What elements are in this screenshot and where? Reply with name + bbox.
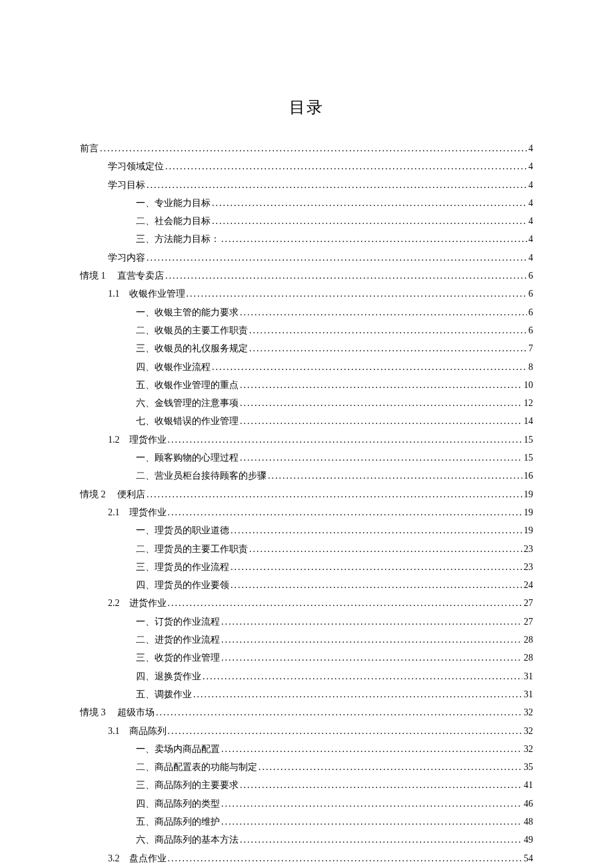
toc-entry-page: 27 [524, 594, 533, 612]
toc-entry-label: 三、商品陈列的主要要求 [136, 776, 239, 794]
toc-leader-dots [212, 212, 527, 230]
toc-leader-dots [231, 576, 522, 594]
toc-leader-dots [221, 230, 527, 248]
toc-entry-label: 四、商品陈列的类型 [136, 795, 220, 813]
toc-entry-label: 三、方法能力目标： [136, 230, 220, 248]
toc-entry-page: 31 [524, 667, 533, 685]
toc-entry: 3.1 商品陈列32 [80, 722, 533, 740]
toc-leader-dots [249, 339, 527, 357]
toc-entry: 五、收银作业管理的重点10 [80, 376, 533, 394]
toc-entry: 三、方法能力目标：4 [80, 230, 533, 248]
toc-entry-label: 六、金钱管理的注意事项 [136, 394, 239, 412]
toc-entry-page: 15 [524, 449, 533, 467]
toc-entry: 二、营业员柜台接待顾客的步骤16 [80, 467, 533, 485]
toc-leader-dots [240, 776, 522, 794]
toc-leader-dots [221, 613, 522, 631]
toc-entry-label: 学习目标 [108, 176, 145, 194]
toc-leader-dots [249, 321, 527, 339]
toc-entry-page: 35 [524, 758, 533, 776]
toc-entry: 学习内容4 [80, 249, 533, 267]
toc-leader-dots [156, 703, 522, 721]
toc-entry: 二、商品配置表的功能与制定35 [80, 758, 533, 776]
toc-leader-dots [168, 722, 523, 740]
toc-entry-page: 4 [528, 194, 533, 212]
toc-entry: 三、收货的作业管理28 [80, 649, 533, 667]
toc-leader-dots [240, 394, 522, 412]
toc-entry-label: 四、收银作业流程 [136, 358, 211, 376]
toc-leader-dots [221, 649, 522, 667]
toc-leader-dots [240, 376, 522, 394]
toc-entry-label: 一、卖场内商品配置 [136, 740, 220, 758]
toc-entry: 情境 3 超级市场32 [80, 703, 533, 721]
toc-leader-dots [240, 303, 527, 321]
toc-entry: 3.2 盘点作业54 [80, 849, 533, 867]
toc-leader-dots [240, 449, 522, 467]
toc-entry-page: 6 [528, 303, 533, 321]
toc-entry-page: 23 [524, 558, 533, 576]
toc-entry-page: 4 [528, 230, 533, 248]
toc-entry-page: 6 [528, 267, 533, 285]
toc-entry: 学习领域定位4 [80, 157, 533, 175]
toc-entry: 四、商品陈列的类型46 [80, 795, 533, 813]
toc-entry-page: 32 [524, 722, 533, 740]
toc-entry-page: 8 [528, 358, 533, 376]
toc-entry: 三、理货员的作业流程23 [80, 558, 533, 576]
toc-leader-dots [168, 431, 523, 449]
toc-leader-dots [231, 521, 522, 539]
toc-entry: 一、收银主管的能力要求6 [80, 303, 533, 321]
toc-entry-page: 31 [524, 685, 533, 703]
toc-entry-label: 三、收银员的礼仪服务规定 [136, 339, 248, 357]
toc-leader-dots [193, 685, 522, 703]
toc-entry: 情境 1 直营专卖店6 [80, 267, 533, 285]
toc-entry-page: 48 [524, 813, 533, 831]
toc-leader-dots [259, 758, 522, 776]
toc-entry: 七、收银错误的作业管理14 [80, 412, 533, 430]
toc-entry-page: 4 [528, 176, 533, 194]
toc-leader-dots [147, 485, 522, 503]
toc-leader-dots [147, 176, 527, 194]
toc-entry: 一、订货的作业流程27 [80, 613, 533, 631]
toc-entry-page: 49 [524, 831, 533, 849]
toc-entry: 2.1 理货作业19 [80, 503, 533, 521]
toc-entry-page: 12 [524, 394, 533, 412]
toc-entry-page: 54 [524, 849, 533, 867]
toc-entry-page: 4 [528, 249, 533, 267]
toc-container: 前言4学习领域定位4学习目标4一、专业能力目标4二、社会能力目标4三、方法能力目… [80, 139, 533, 868]
toc-entry-label: 七、收银错误的作业管理 [136, 412, 239, 430]
toc-entry-label: 二、进货的作业流程 [136, 631, 220, 649]
toc-entry-label: 情境 2 便利店 [80, 485, 145, 503]
toc-entry-label: 二、收银员的主要工作职责 [136, 321, 248, 339]
toc-entry: 四、退换货作业31 [80, 667, 533, 685]
toc-entry-label: 学习内容 [108, 249, 145, 267]
toc-entry: 六、商品陈列的基本方法49 [80, 831, 533, 849]
toc-entry-label: 情境 1 直营专卖店 [80, 267, 164, 285]
toc-entry: 五、调拨作业31 [80, 685, 533, 703]
toc-entry-label: 情境 3 超级市场 [80, 703, 155, 721]
toc-title: 目录 [80, 97, 533, 118]
toc-entry-page: 14 [524, 412, 533, 430]
toc-entry: 一、专业能力目标4 [80, 194, 533, 212]
toc-entry-page: 32 [524, 703, 533, 721]
toc-entry: 三、收银员的礼仪服务规定7 [80, 339, 533, 357]
toc-entry-page: 24 [524, 576, 533, 594]
toc-entry-page: 28 [524, 649, 533, 667]
toc-entry-page: 6 [528, 321, 533, 339]
toc-entry: 情境 2 便利店19 [80, 485, 533, 503]
toc-entry-page: 41 [524, 776, 533, 794]
toc-leader-dots [268, 467, 522, 485]
toc-entry: 四、理货员的作业要领24 [80, 576, 533, 594]
toc-entry: 二、理货员的主要工作职责23 [80, 540, 533, 558]
toc-entry: 学习目标4 [80, 176, 533, 194]
toc-entry-label: 三、理货员的作业流程 [136, 558, 229, 576]
toc-entry-page: 15 [524, 431, 533, 449]
toc-entry-label: 1.2 理货作业 [108, 431, 167, 449]
toc-entry-label: 二、营业员柜台接待顾客的步骤 [136, 467, 267, 485]
toc-entry: 2.2 进货作业27 [80, 594, 533, 612]
toc-entry-label: 前言 [80, 139, 99, 157]
toc-entry-label: 一、理货员的职业道德 [136, 521, 229, 539]
toc-entry-page: 19 [524, 485, 533, 503]
toc-leader-dots [212, 194, 527, 212]
toc-leader-dots [221, 813, 522, 831]
toc-entry-label: 3.1 商品陈列 [108, 722, 167, 740]
toc-leader-dots [231, 558, 522, 576]
